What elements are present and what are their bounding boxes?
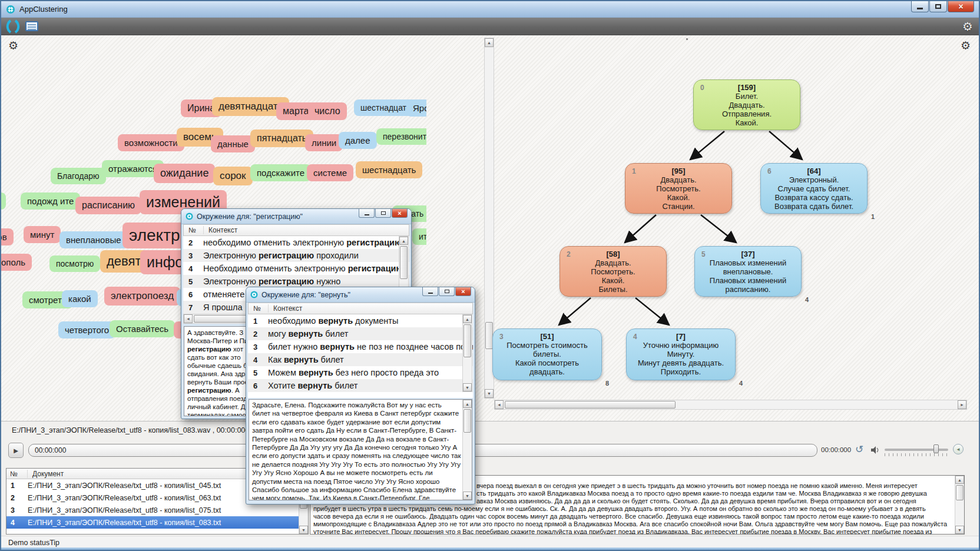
dialog-table-vertical-scrollbar[interactable]: ▲ ▼ (462, 314, 472, 392)
cloud-word[interactable]: число (308, 102, 347, 120)
context-row[interactable]: 2могу вернуть билет (248, 327, 473, 340)
context-row[interactable]: 4Необходимо отменить электронную регистр… (183, 262, 409, 275)
cloud-word[interactable]: ожидание (154, 164, 215, 183)
context-row[interactable]: 3билет нужно вернуть не поз не позднее ч… (248, 340, 473, 353)
cluster-node-4[interactable]: 4[7]Уточню информациюМинуту.Минут девять… (626, 328, 736, 380)
cloud-word[interactable]: электропоезд (104, 287, 180, 306)
cloud-word[interactable]: пятнадцать (250, 130, 313, 147)
cloud-word[interactable]: подскажите (250, 164, 311, 181)
cloud-word[interactable]: линии (305, 134, 343, 151)
transcript-vertical-scrollbar[interactable]: ▲ ▼ (955, 476, 964, 534)
scroll-down-icon[interactable]: ▼ (463, 492, 472, 500)
cluster-node-0[interactable]: 0[159]Билет.Двадцать.Отправления.Какой. (693, 79, 800, 130)
scroll-down-icon[interactable]: ▼ (485, 389, 494, 398)
loop-icon[interactable]: ↺ (855, 443, 863, 456)
scroll-down-icon[interactable]: ▼ (299, 526, 308, 534)
scroll-up-icon[interactable]: ▲ (399, 237, 408, 245)
cluster-node-2[interactable]: 2[58]Двадцать.Посмотреть.Какой.Билеты. (559, 246, 667, 297)
cloud-word[interactable]: какой (62, 290, 98, 307)
node-count: [7] (631, 332, 730, 341)
cluster-node-5[interactable]: 5[37]Плановых измененийвнеплановые.Плано… (694, 246, 802, 297)
tree-horizontal-scrollbar[interactable]: ◄ ► (494, 400, 967, 410)
node-line: Случае сдать билет. (766, 184, 862, 193)
node-line: двадцать. (498, 367, 597, 376)
maximize-button[interactable] (929, 1, 947, 12)
minimize-button[interactable] (359, 209, 375, 218)
volume-slider-handle[interactable] (933, 444, 939, 453)
toolbar-settings-gear-icon[interactable]: ⚙ (962, 19, 973, 34)
scroll-up-icon[interactable]: ▲ (463, 315, 472, 323)
cloud-word[interactable]: ров (1, 228, 14, 245)
cloud-word[interactable]: перезвоните (376, 128, 426, 145)
context-row[interactable]: 2необходимо отменить электронную регистр… (183, 236, 409, 249)
scrollbar-thumb[interactable] (505, 401, 676, 409)
context-row[interactable]: 3Электронную регистрацию проходили (183, 249, 409, 262)
maximize-button[interactable] (375, 209, 391, 218)
cloud-word[interactable]: шестнадцать (356, 161, 422, 178)
play-button[interactable]: ▶ (8, 443, 24, 458)
cloud-word[interactable]: далее (339, 132, 377, 149)
close-button[interactable]: × (455, 287, 471, 296)
close-button[interactable]: × (948, 1, 974, 12)
document-path: E:/ПНИ_3_этап/ЭОПК/Release/txt_utf8 - ко… (28, 482, 221, 490)
node-line: Посмотреть стоимость (498, 341, 597, 350)
scroll-left-icon[interactable]: ◄ (495, 400, 504, 409)
cluster-node-1[interactable]: 1[95]Двадцать.Посмотреть.Какой.Станции. (625, 163, 732, 214)
scroll-up-icon[interactable]: ▲ (955, 476, 964, 484)
cluster-node-6[interactable]: 6[64]Электронный.Случае сдать билет.Возв… (760, 163, 868, 214)
context-row[interactable]: 4Как вернуть билет (248, 353, 473, 366)
cloud-word[interactable]: Благодарю (51, 168, 106, 184)
cloud-word[interactable]: Оставайтесь (110, 320, 175, 337)
cloud-word[interactable]: возможности (118, 134, 184, 151)
cloud-word[interactable]: внеплановые (59, 231, 128, 248)
node-line: Приходить. (631, 367, 730, 376)
scrollbar-thumb[interactable] (400, 246, 408, 279)
minimize-button[interactable] (911, 1, 929, 12)
cloud-word[interactable]: посмотрю (49, 255, 100, 272)
node-line: Двадцать. (698, 101, 795, 109)
cloud-word[interactable]: сорок (213, 167, 253, 185)
row-context: отменяете (203, 290, 244, 299)
transcript-line: прибудет в шесть утра в шесть тридцать с… (310, 505, 964, 513)
scroll-down-icon[interactable]: ▼ (463, 383, 472, 391)
cloud-word[interactable]: ферополь (1, 254, 32, 271)
cloud-word[interactable]: данные (211, 135, 255, 152)
tree-panel-gear-icon[interactable]: ⚙ (961, 39, 971, 52)
context-row[interactable]: 6Хотите вернуть билет (248, 379, 473, 392)
scrollbar-thumb[interactable] (463, 324, 471, 357)
cloud-word[interactable]: ся (1, 192, 6, 210)
context-row[interactable]: 5Электронную регистрацию нужно (183, 275, 409, 288)
cloud-word[interactable]: системе (307, 164, 353, 181)
node-badge: 4 (739, 379, 743, 388)
cloud-word[interactable]: четвертого (58, 321, 115, 338)
volume-slider-ticks (885, 453, 948, 456)
scroll-up-icon[interactable]: ▲ (485, 38, 494, 47)
close-button[interactable]: × (392, 209, 408, 218)
context-row[interactable]: 5Можем вернуть без него просто преда это (248, 366, 473, 379)
dialog-titlebar[interactable]: Окружение для: "вернуть" × (246, 287, 475, 303)
cloud-word[interactable]: минут (24, 226, 61, 243)
scroll-down-icon[interactable]: ▼ (955, 526, 964, 534)
cloud-word[interactable]: ит (412, 228, 426, 245)
dialog-titlebar[interactable]: Окружение для: "регистрацию" × (181, 209, 411, 224)
dialog-text-vertical-scrollbar[interactable]: ▲ ▼ (462, 400, 472, 500)
row-number: 3 (183, 251, 203, 260)
cloud-word[interactable]: Яро (406, 99, 426, 117)
speaker-icon[interactable] (870, 446, 880, 457)
document-path: E:/ПНИ_3_этап/ЭОПК/Release/txt_utf8 - ко… (28, 519, 221, 527)
cluster-node-3[interactable]: 3[51]Посмотреть стоимостьбилеты.Какой по… (492, 328, 602, 380)
document-row[interactable]: 4E:/ПНИ_3_этап/ЭОПК/Release/txt_utf8 - к… (6, 516, 299, 529)
document-row[interactable]: 3E:/ПНИ_3_этап/ЭОПК/Release/txt_utf8 - к… (6, 504, 299, 516)
scroll-right-icon[interactable]: ► (958, 400, 966, 409)
advanced-button[interactable]: ◄ (953, 444, 964, 454)
context-row[interactable]: 1необходимо вернуть документы (248, 314, 473, 327)
scrollbar-thumb[interactable] (463, 409, 471, 433)
cloud-word[interactable]: расписанию (75, 197, 141, 214)
row-number: 2 (6, 494, 28, 502)
scroll-up-icon[interactable]: ▲ (463, 400, 472, 408)
scrollbar-thumb[interactable] (956, 485, 964, 500)
cloud-word[interactable]: подожд ите (21, 192, 80, 210)
maximize-button[interactable] (439, 287, 455, 296)
minimize-button[interactable] (422, 287, 438, 296)
scroll-left-icon[interactable]: ◄ (184, 314, 193, 323)
